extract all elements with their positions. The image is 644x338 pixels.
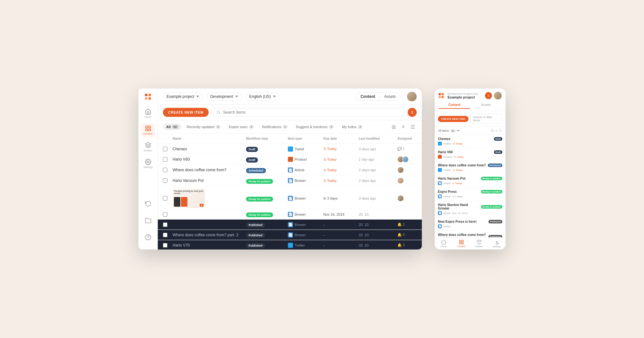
row-checkbox[interactable] xyxy=(163,196,167,201)
col-due[interactable]: Due date xyxy=(323,136,359,142)
item-name: Where does coffee come from? part. 2 xyxy=(173,233,246,237)
table-row[interactable]: Flexible pricing to suit your needs. $ R… xyxy=(158,186,422,209)
svg-rect-13 xyxy=(462,242,463,244)
tab-content[interactable]: Content xyxy=(356,93,380,100)
grid-view-btn[interactable]: ⊞ xyxy=(390,123,397,131)
desktop-app: Home Content Models xyxy=(138,89,422,249)
list-item[interactable]: Hario V60 Draft 🏺 Product ⊙ Today xyxy=(435,148,506,161)
mobile-nav-content[interactable]: Content xyxy=(452,239,470,248)
status-badge: Draft xyxy=(246,157,258,163)
row-checkbox[interactable] xyxy=(163,222,167,227)
list-item[interactable]: Hario Vacuum Pot Ready to publish 📄 Arti… xyxy=(435,174,506,188)
search-bar[interactable] xyxy=(212,108,404,117)
table-row[interactable]: Hario V60 Draft 🏺 Product ⊙ Today 1 day … xyxy=(158,154,422,165)
table-row[interactable]: Ready for publish 📄 Brewer Nov 16, 2019 … xyxy=(158,209,422,220)
mobile-item-top: Espro Press Ready to publish xyxy=(438,190,502,193)
row-checkbox[interactable] xyxy=(163,147,167,151)
mobile-item-name: Where does coffee come from? xyxy=(438,164,487,167)
mobile-due-date: Nov 16, 2019 xyxy=(452,212,468,215)
mobile-all-filter[interactable]: All items 98 xyxy=(438,129,459,133)
col-workflow[interactable]: Workflow step xyxy=(246,136,288,142)
row-checkbox[interactable] xyxy=(163,157,167,162)
mobile-notification-badge[interactable]: 1 xyxy=(485,92,492,99)
sidebar-help-icon[interactable] xyxy=(141,230,155,244)
col-name[interactable]: Name xyxy=(173,136,246,142)
list-item[interactable]: Hario Skerton Hand Grinder Ready to publ… xyxy=(435,201,506,218)
user-avatar[interactable] xyxy=(407,92,417,101)
list-item[interactable]: Where does coffee come from? part. 2 Pub… xyxy=(435,231,506,237)
last-modified: 20. 10. xyxy=(359,223,397,227)
mobile-bottom-nav: Home Content Models xyxy=(435,237,506,249)
table-row[interactable]: Where does coffee come from? part. 2 Pub… xyxy=(158,230,422,240)
row-checkbox[interactable] xyxy=(163,233,167,237)
tab-assets[interactable]: Assets xyxy=(380,93,400,100)
mobile-item-bottom: 📄 Article ⊙ Today xyxy=(438,181,502,185)
mobile-item-top: Hario V60 Draft xyxy=(438,150,502,154)
col-type[interactable]: Item type xyxy=(288,136,323,142)
search-input[interactable] xyxy=(223,110,400,115)
sidebar-item-models[interactable]: Models xyxy=(141,140,155,154)
mobile-tab-content[interactable]: Content xyxy=(439,101,470,109)
list-view-btn[interactable]: ≡ xyxy=(399,123,407,131)
filter-recent-label: Recently updated xyxy=(187,125,214,129)
last-modified: 20. 10. xyxy=(359,233,397,237)
mobile-nav-settings[interactable]: Settings xyxy=(488,239,506,248)
mobile-nav-home[interactable]: Home xyxy=(435,239,452,248)
col-assigned[interactable]: Assigned xyxy=(397,136,417,142)
filter-todos-count: 3 xyxy=(358,125,363,129)
menu-icon[interactable]: ☰ xyxy=(499,128,502,133)
notification-badge[interactable]: 1 xyxy=(408,108,417,117)
lang-selector[interactable]: English (US) xyxy=(246,92,279,101)
filter-all[interactable]: All 98 xyxy=(163,124,182,130)
mobile-tab-assets[interactable]: Assets xyxy=(470,101,502,109)
col-modified[interactable]: Last modified xyxy=(359,136,397,142)
sidebar-item-content[interactable]: Content xyxy=(141,123,155,137)
mobile-type-icon: 🐦 xyxy=(438,168,442,172)
item-type: 🏺 Product xyxy=(288,157,323,162)
filter-notifications[interactable]: Notifications 3 xyxy=(259,124,291,130)
list-item[interactable]: Chemex Draft 🐦 Twitter ⊙ Today xyxy=(435,135,506,148)
type-label: Twitter xyxy=(295,243,305,247)
sidebar-item-home[interactable]: Home xyxy=(141,106,155,120)
filter-todos[interactable]: My todos 3 xyxy=(339,124,366,130)
assigned-avatars xyxy=(397,195,417,202)
mobile-project-name[interactable]: Example project xyxy=(448,95,485,99)
table-row[interactable]: Where does coffee come from? Scheduled 📄… xyxy=(158,165,422,175)
list-item[interactable]: Espro Press Ready to publish 📄 Article I… xyxy=(435,188,506,201)
row-checkbox[interactable] xyxy=(163,178,167,183)
mobile-user-avatar[interactable] xyxy=(494,92,502,99)
filter-notif-count: 3 xyxy=(283,125,288,129)
row-checkbox[interactable] xyxy=(163,212,167,217)
grid-view-icon[interactable]: ⊞ xyxy=(491,128,494,133)
mobile-nav-models[interactable]: Models xyxy=(470,239,488,248)
row-checkbox[interactable] xyxy=(163,243,167,248)
row-checkbox[interactable] xyxy=(163,168,167,172)
mobile-search-button[interactable]: Search or filter items xyxy=(470,114,502,124)
app-logo xyxy=(145,94,151,100)
table-row[interactable]: Chemex Draft 🐦 Tweet ⊙ Today 3 days ago … xyxy=(158,144,422,154)
due-date: Nov 16, 2019 xyxy=(323,212,359,216)
item-type: 📄 Brewer xyxy=(288,212,323,217)
env-selector[interactable]: Development xyxy=(207,92,242,101)
table-row[interactable]: Published 📄 Brewer – 20. 10. 🔔 2 xyxy=(158,220,422,230)
list-item[interactable]: New Espro Press is here! Published 📄 Art… xyxy=(435,218,506,231)
filter-notif-label: Notifications xyxy=(262,125,281,129)
sidebar-sync-icon[interactable] xyxy=(141,197,155,211)
assigned-avatars xyxy=(397,177,417,184)
sidebar-item-settings[interactable]: Settings xyxy=(141,156,155,171)
filter-expire-soon[interactable]: Expire soon 3 xyxy=(226,124,257,130)
menu-btn[interactable]: ☰ xyxy=(409,123,417,131)
sidebar-folder-icon[interactable] xyxy=(141,213,155,228)
mobile-status-badge: Ready to publish xyxy=(481,177,502,180)
list-item[interactable]: Where does coffee come from? Scheduled 🐦… xyxy=(435,161,506,174)
type-label: Brewer xyxy=(295,179,306,183)
mobile-create-button[interactable]: CREATE NEW ITEM xyxy=(438,116,469,122)
mobile-item-top: New Espro Press is here! Published xyxy=(438,220,502,223)
list-view-icon[interactable]: ≡ xyxy=(495,128,497,133)
filter-recently-updated[interactable]: Recently updated 3 xyxy=(184,124,224,130)
table-row[interactable]: Hario Vacuum Pot Ready for publish 📄 Bre… xyxy=(158,175,422,186)
table-row[interactable]: Hario V70 Published 🐦 Twitter – 20. 10. … xyxy=(158,240,422,249)
filter-suggest[interactable]: Suggest & mentions 3 xyxy=(293,124,337,130)
project-selector[interactable]: Example project xyxy=(163,92,203,101)
create-new-item-button[interactable]: CREATE NEW ITEM xyxy=(163,108,209,117)
